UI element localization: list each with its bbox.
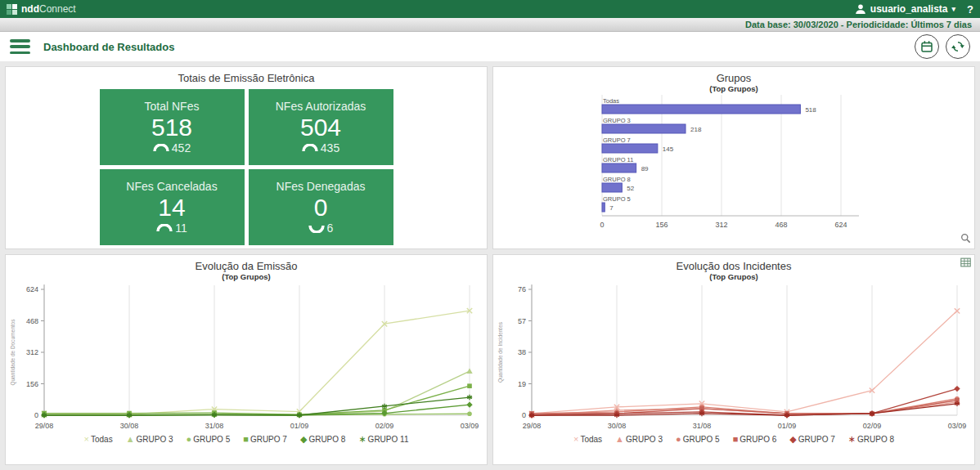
tile-value: 518 — [151, 114, 192, 141]
panel-incidentes-title: Evolução dos Incidentes — [677, 260, 792, 272]
svg-text:156: 156 — [26, 380, 38, 388]
topbar-right: usuario_analista ▾ ? — [855, 3, 973, 16]
svg-text:76: 76 — [518, 285, 526, 293]
chevron-down-icon: ▾ — [952, 6, 956, 13]
panel-incidentes: Evolução dos Incidentes (Top Grupos) 29/… — [492, 254, 975, 465]
legend-item[interactable]: ◆GRUPO 7 — [789, 434, 834, 445]
legend-item[interactable]: ∗GRUPO 8 — [848, 434, 894, 445]
arc-up-icon — [156, 224, 173, 233]
calendar-button[interactable] — [915, 34, 939, 59]
svg-text:145: 145 — [663, 145, 674, 153]
refresh-icon — [951, 39, 965, 54]
panel-totais: Totais de Emissão Eletrônica Total NFes5… — [5, 66, 488, 249]
infobar: Data base: 30/03/2020 - Periodicidade: Ú… — [0, 18, 980, 32]
svg-text:89: 89 — [641, 165, 649, 172]
svg-text:02/09: 02/09 — [375, 422, 394, 430]
arc-up-icon — [302, 144, 318, 153]
svg-text:GRUPO 11: GRUPO 11 — [603, 156, 633, 163]
svg-text:GRUPO 8: GRUPO 8 — [603, 176, 631, 183]
menu-button[interactable] — [10, 39, 30, 54]
tile-label: NFes Canceladas — [126, 180, 217, 193]
svg-text:Quantidade de Incidentes: Quantidade de Incidentes — [497, 321, 504, 383]
legend-item[interactable]: ×Todas — [84, 434, 113, 445]
svg-text:GRUPO 7: GRUPO 7 — [603, 137, 631, 144]
legend-item[interactable]: ●GRUPO 5 — [187, 434, 231, 445]
grupos-bar-chart: 0156312468624Todas518GRUPO 3218GRUPO 714… — [494, 93, 973, 234]
panel-emissao: Evolução da Emissão (Top Grupos) 29/0830… — [5, 254, 488, 465]
svg-text:624: 624 — [834, 221, 847, 229]
page-title: Dashboard de Resultados — [43, 41, 174, 53]
svg-text:29/08: 29/08 — [35, 422, 54, 430]
legend-item[interactable]: ▲GRUPO 3 — [126, 434, 173, 445]
calendar-icon — [919, 39, 934, 54]
svg-text:312: 312 — [26, 348, 38, 356]
brand-ndd: ndd — [21, 3, 39, 15]
legend-item[interactable]: ◆GRUPO 8 — [300, 434, 345, 445]
tile-value: 504 — [300, 114, 341, 141]
incidentes-line-chart: 29/0830/0831/0801/0902/0903/09019385776Q… — [494, 281, 973, 433]
legend-marker-triangle-icon: ▲ — [615, 434, 624, 444]
tile-label: NFes Autorizadas — [276, 100, 366, 113]
table-view-icon[interactable] — [960, 257, 971, 270]
svg-text:31/08: 31/08 — [693, 422, 712, 430]
legend-item[interactable]: ▲GRUPO 3 — [615, 434, 663, 445]
svg-text:19: 19 — [518, 380, 526, 388]
emissao-legend: ×Todas▲GRUPO 3●GRUPO 5■GRUPO 7◆GRUPO 8∗G… — [84, 434, 409, 445]
help-button[interactable]: ? — [967, 3, 973, 16]
tile-subvalue: 435 — [321, 141, 339, 154]
user-menu[interactable]: usuario_analista ▾ — [855, 3, 955, 15]
kpi-tiles: Total NFes518452NFes Autorizadas504435NF… — [100, 89, 393, 245]
panel-grupos-title: Grupos — [717, 72, 752, 84]
svg-text:518: 518 — [805, 106, 816, 114]
svg-text:03/09: 03/09 — [461, 422, 479, 430]
svg-text:468: 468 — [775, 221, 787, 229]
legend-item[interactable]: ×Todas — [573, 434, 602, 445]
header-actions — [915, 34, 970, 59]
svg-text:Todas: Todas — [603, 97, 619, 105]
tile-value: 14 — [158, 194, 185, 221]
legend-item[interactable]: ∗GRUPO 11 — [358, 434, 408, 445]
brand: nddConnect — [7, 3, 76, 15]
svg-text:01/09: 01/09 — [290, 422, 309, 430]
page-header: Dashboard de Resultados — [0, 32, 980, 61]
svg-text:30/08: 30/08 — [608, 422, 627, 430]
kpi-tile: NFes Canceladas1411 — [100, 169, 245, 245]
tile-subvalue: 11 — [175, 222, 187, 235]
svg-text:0: 0 — [34, 411, 38, 419]
incidentes-legend: ×Todas▲GRUPO 3●GRUPO 5■GRUPO 6◆GRUPO 7∗G… — [573, 434, 894, 445]
legend-item[interactable]: ■GRUPO 6 — [733, 434, 777, 445]
legend-marker-triangle-icon: ▲ — [126, 434, 135, 444]
svg-text:0: 0 — [600, 221, 604, 229]
legend-marker-circle-icon: ● — [187, 434, 192, 444]
svg-text:31/08: 31/08 — [205, 422, 224, 430]
tile-label: Total NFes — [145, 100, 200, 113]
svg-text:02/09: 02/09 — [863, 422, 882, 430]
kpi-tile: Total NFes518452 — [100, 89, 245, 165]
svg-text:29/08: 29/08 — [523, 422, 542, 430]
user-icon — [855, 3, 866, 15]
legend-marker-square-icon: ■ — [733, 434, 739, 444]
svg-text:38: 38 — [518, 348, 526, 356]
legend-marker-x-icon: × — [84, 434, 89, 444]
refresh-button[interactable] — [946, 34, 970, 59]
zoom-icon[interactable] — [960, 233, 971, 246]
legend-item[interactable]: ■GRUPO 7 — [243, 434, 287, 445]
username: usuario_analista — [870, 3, 948, 15]
legend-item[interactable]: ●GRUPO 5 — [676, 434, 720, 445]
svg-text:52: 52 — [627, 185, 634, 192]
tile-subvalue: 452 — [172, 141, 191, 154]
panel-incidentes-subtitle: (Top Grupos) — [709, 272, 757, 281]
panel-emissao-subtitle: (Top Grupos) — [222, 272, 270, 281]
legend-marker-star-icon: ∗ — [358, 434, 366, 444]
svg-text:GRUPO 3: GRUPO 3 — [603, 117, 631, 124]
arc-down-icon — [308, 224, 325, 233]
svg-text:0: 0 — [522, 411, 526, 419]
tile-value: 0 — [314, 194, 328, 221]
topbar: nddConnect usuario_analista ▾ ? — [0, 0, 980, 18]
database-period-text: Data base: 30/03/2020 - Periodicidade: Ú… — [745, 20, 972, 29]
svg-text:468: 468 — [26, 317, 38, 325]
svg-text:7: 7 — [609, 204, 614, 212]
tile-subvalue: 6 — [327, 222, 334, 235]
legend-marker-diamond-icon: ◆ — [789, 434, 796, 444]
kpi-tile: NFes Denegadas06 — [249, 169, 393, 245]
